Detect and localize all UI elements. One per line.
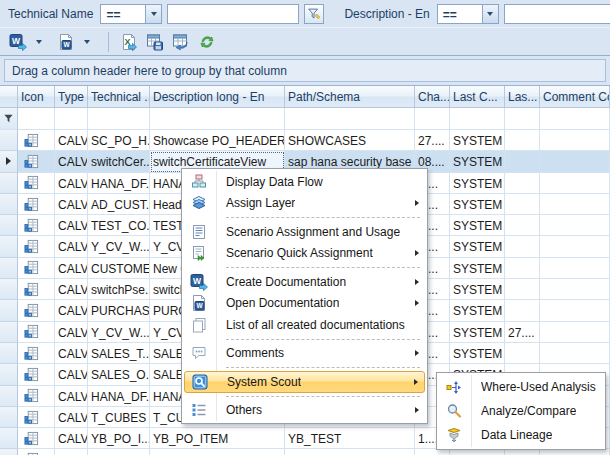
cell-indicator[interactable] — [0, 279, 18, 300]
operator-select-technical-name[interactable]: == — [100, 4, 162, 24]
column-header-changed[interactable]: Cha... — [415, 86, 450, 108]
cell-technical[interactable]: YB_PO_I... — [88, 428, 150, 449]
group-by-hint[interactable]: Drag a column header here to group by th… — [4, 59, 606, 82]
refresh-button[interactable] — [195, 31, 219, 53]
cell-path[interactable]: YB_TEST — [285, 428, 415, 449]
cell-indicator[interactable] — [0, 258, 18, 279]
cell-last[interactable] — [505, 449, 540, 455]
cell-icon[interactable] — [18, 428, 55, 449]
cell-last[interactable] — [505, 215, 540, 236]
cell-last_changed_by[interactable]: SYSTEM — [450, 279, 505, 300]
cell-changed[interactable]: 27.... — [415, 130, 450, 151]
dropdown-button[interactable] — [80, 31, 94, 53]
cell-comment[interactable] — [540, 130, 610, 151]
excel-export-button[interactable]: X — [117, 31, 141, 53]
cell-comment[interactable] — [540, 173, 610, 194]
cell-description[interactable]: T... — [150, 449, 285, 455]
cell-last[interactable] — [505, 279, 540, 300]
cell-indicator[interactable] — [0, 449, 18, 455]
cell-indicator[interactable] — [0, 343, 18, 364]
cell-icon[interactable] — [18, 151, 55, 172]
cell-type[interactable]: CALV — [55, 449, 88, 455]
cell-technical[interactable]: T_CUBES — [88, 407, 150, 428]
column-header-icon[interactable]: Icon — [18, 86, 55, 108]
cell-technical[interactable]: Y_CV_W... — [88, 322, 150, 343]
filter-cell-description[interactable] — [150, 108, 285, 130]
filter-input-description-en[interactable] — [504, 4, 610, 24]
cell-icon[interactable] — [18, 173, 55, 194]
cell-technical[interactable]: CUSTOME... — [88, 258, 150, 279]
cell-technical[interactable]: HANA_DF... — [88, 173, 150, 194]
cell-last_changed_by[interactable]: SYSTEM — [450, 194, 505, 215]
cell-last[interactable] — [505, 236, 540, 257]
table-load-button[interactable] — [169, 31, 193, 53]
cell-technical[interactable]: AD_CUST... — [88, 194, 150, 215]
cell-indicator[interactable] — [0, 236, 18, 257]
dropdown-button[interactable] — [145, 5, 161, 23]
cell-comment[interactable] — [540, 449, 610, 455]
cell-icon[interactable] — [18, 449, 55, 455]
column-header-last_changed_by[interactable]: Last C... — [450, 86, 505, 108]
cell-indicator[interactable] — [0, 151, 18, 172]
cell-icon[interactable] — [18, 343, 55, 364]
menu-item-assign-layer[interactable]: Assign Layer — [184, 193, 425, 215]
cell-last[interactable] — [505, 130, 540, 151]
cell-last[interactable]: 27.... — [505, 322, 540, 343]
cell-type[interactable]: CALV — [55, 151, 88, 172]
cell-icon[interactable] — [18, 279, 55, 300]
cell-type[interactable]: CALV — [55, 428, 88, 449]
cell-path[interactable]: SHOWCASES — [285, 130, 415, 151]
menu-item-scenario-quick-assignment[interactable]: Scenario Quick Assignment — [184, 243, 425, 265]
menu-item-others[interactable]: Others — [184, 400, 425, 422]
cell-type[interactable]: CALV — [55, 173, 88, 194]
menu-item-open-documentation[interactable]: WOpen Documentation — [184, 293, 425, 315]
menu-item-analyze-compare[interactable]: Analyze/Compare — [439, 399, 603, 423]
cell-comment[interactable] — [540, 300, 610, 321]
table-row[interactable]: CALVYB_TESTOKT...YB_TEST26....SYSTEM — [0, 449, 610, 455]
filter-cell-icon[interactable] — [18, 108, 55, 130]
cell-technical[interactable]: PURCHAS... — [88, 300, 150, 321]
cell-technical[interactable]: TEST_CO... — [88, 215, 150, 236]
cell-last_changed_by[interactable]: SYSTEM — [450, 258, 505, 279]
cell-type[interactable]: CALV — [55, 322, 88, 343]
cell-type[interactable]: CALV — [55, 215, 88, 236]
cell-last_changed_by[interactable]: SYSTEM — [450, 151, 505, 172]
cell-icon[interactable] — [18, 258, 55, 279]
column-header-path[interactable]: Path/Schema — [285, 86, 415, 108]
cell-technical[interactable]: YB_TESTOK — [88, 449, 150, 455]
filter-cell-comment[interactable] — [540, 108, 610, 130]
cell-last[interactable] — [505, 151, 540, 172]
cell-indicator[interactable] — [0, 215, 18, 236]
cell-last[interactable] — [505, 343, 540, 364]
cell-type[interactable]: CALV — [55, 258, 88, 279]
menu-item-comments[interactable]: Comments — [184, 343, 425, 365]
cell-icon[interactable] — [18, 215, 55, 236]
menu-item-scenario-assignment-and-usage[interactable]: Scenario Assignment and Usage — [184, 221, 425, 243]
cell-technical[interactable]: SALES_O... — [88, 364, 150, 385]
cell-type[interactable]: CALV — [55, 279, 88, 300]
cell-icon[interactable] — [18, 194, 55, 215]
cell-last[interactable] — [505, 258, 540, 279]
filter-cell-type[interactable] — [55, 108, 88, 130]
cell-comment[interactable] — [540, 258, 610, 279]
cell-last[interactable] — [505, 173, 540, 194]
menu-item-where-used-analysis[interactable]: Where-Used Analysis — [439, 375, 603, 399]
edit-filter-button[interactable] — [304, 4, 324, 24]
cell-indicator[interactable] — [0, 130, 18, 151]
cell-technical[interactable]: SC_PO_H... — [88, 130, 150, 151]
cell-indicator[interactable] — [0, 386, 18, 407]
cell-indicator[interactable] — [0, 322, 18, 343]
cell-technical[interactable]: Y_CV_W... — [88, 236, 150, 257]
menu-item-system-scout[interactable]: System Scout — [184, 371, 425, 393]
cell-type[interactable]: CALV — [55, 194, 88, 215]
filter-cell-last[interactable] — [505, 108, 540, 130]
cell-path[interactable]: YB_TEST — [285, 449, 415, 455]
cell-technical[interactable]: HANA_DF... — [88, 386, 150, 407]
menu-item-data-lineage[interactable]: Data Lineage — [439, 423, 603, 447]
cell-description[interactable]: YB_PO_ITEM — [150, 428, 285, 449]
cell-last_changed_by[interactable]: SYSTEM — [450, 343, 505, 364]
cell-comment[interactable] — [540, 322, 610, 343]
filter-cell-technical[interactable] — [88, 108, 150, 130]
cell-icon[interactable] — [18, 322, 55, 343]
cell-technical[interactable]: switchPse... — [88, 279, 150, 300]
